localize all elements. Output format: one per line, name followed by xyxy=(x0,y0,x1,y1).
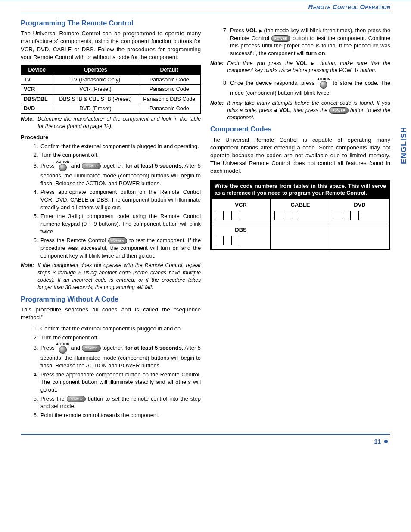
note-label: Note: xyxy=(210,100,224,121)
codes-intro: The Universal Remote Control is capable … xyxy=(210,136,390,175)
list-item: Turn the component off. xyxy=(40,334,201,342)
triangle-right-icon xyxy=(311,60,316,66)
header-section-title: Remote Control Operation xyxy=(21,3,390,11)
list-item: Enter the 3-digit component code using t… xyxy=(40,212,201,235)
table-row: TVTV (Panasonic Only)Panasonic Code xyxy=(21,75,201,85)
power-button-icon: POWER xyxy=(108,237,127,244)
note-2: Note: If the component does not operate … xyxy=(21,262,201,291)
list-item: Confirm that the external component is p… xyxy=(40,143,201,150)
note-label: Note: xyxy=(210,60,224,75)
heading-programming-remote: Programming The Remote Control xyxy=(21,19,201,28)
note-label: Note: xyxy=(21,115,34,130)
device-table: Device Operates Default TVTV (Panasonic … xyxy=(21,65,201,114)
digit-boxes[interactable] xyxy=(215,236,267,245)
note-text: If the component does not operate with t… xyxy=(37,262,201,291)
language-tab: ENGLISH xyxy=(398,123,410,168)
codes-reference-box: Write the code numbers from tables in th… xyxy=(210,180,390,250)
procedure-1-list: Confirm that the external component is p… xyxy=(31,143,201,260)
procedure-heading: Procedure xyxy=(21,134,201,141)
table-row: DBS/CBLDBS STB & CBL STB (Preset)Panason… xyxy=(21,94,201,104)
list-item: Confirm that the external component is p… xyxy=(40,325,201,333)
page-dot-icon xyxy=(384,440,388,443)
list-item: Press the POWER button to set the remote… xyxy=(40,395,201,410)
codes-box-header: Write the code numbers from tables in th… xyxy=(211,180,389,199)
triangle-left-icon xyxy=(274,107,277,113)
list-item: Press the Remote Control POWER to test t… xyxy=(40,236,201,259)
triangle-right-icon xyxy=(259,27,262,34)
note-text: It may take many attempts before the cor… xyxy=(227,100,390,121)
code-cell-dvd: DVD xyxy=(330,199,389,224)
note-3: Note: Each time you press the VOL button… xyxy=(210,60,390,75)
note-text: Each time you press the VOL button, make… xyxy=(227,60,390,75)
procedure-2-list: Confirm that the external component is p… xyxy=(31,325,201,419)
digit-boxes[interactable] xyxy=(334,211,386,220)
list-item: Press the appropriate component button o… xyxy=(40,371,201,394)
note-1: Note: Determine the manufacturer of the … xyxy=(21,115,201,130)
heading-programming-nocode: Programming Without A Code xyxy=(21,295,201,304)
note-label: Note: xyxy=(21,262,34,291)
digit-boxes[interactable] xyxy=(215,211,267,220)
power-button-icon: POWER xyxy=(67,396,86,402)
power-button-icon: POWER xyxy=(82,163,101,169)
intro-paragraph: The Universal Remote Control can be prog… xyxy=(21,30,201,61)
code-cell-empty xyxy=(330,224,389,249)
list-item: Press VOL (the mode key will blink three… xyxy=(229,27,390,57)
procedure-2-continued: Press VOL (the mode key will blink three… xyxy=(221,27,390,57)
note-text: Determine the manufacturer of the compon… xyxy=(37,115,201,130)
th-device: Device xyxy=(21,65,53,75)
code-cell-vcr: VCR xyxy=(211,199,271,224)
list-item: Point the remote control towards the com… xyxy=(40,411,201,419)
procedure-2-continued-8: Once the device responds, press ACTION t… xyxy=(221,78,390,97)
th-default: Default xyxy=(138,65,201,75)
power-button-icon: POWER xyxy=(82,345,101,352)
power-button-icon: POWER xyxy=(271,35,290,42)
power-button-icon: POWER xyxy=(329,107,348,114)
digit-boxes[interactable] xyxy=(274,211,326,220)
code-cell-dbs: DBS xyxy=(211,224,271,249)
action-button-icon: ACTION xyxy=(317,78,330,89)
action-button-icon: ACTION xyxy=(56,342,69,354)
heading-component-codes: Component Codes xyxy=(210,124,390,134)
header-rule xyxy=(21,13,390,13)
code-cell-empty xyxy=(271,224,330,249)
th-operates: Operates xyxy=(53,65,138,75)
left-column: Programming The Remote Control The Unive… xyxy=(21,16,201,422)
right-column: Press VOL (the mode key will blink three… xyxy=(210,16,390,422)
list-item: Once the device responds, press ACTION t… xyxy=(229,78,390,97)
nocode-intro: This procedure searches all codes and is… xyxy=(21,306,201,321)
list-item: Press ACTION and POWER together, for at … xyxy=(40,342,201,369)
list-item: Press ACTION and POWER together, for at … xyxy=(40,160,201,187)
list-item: Turn the component off. xyxy=(40,151,201,159)
table-row: VCRVCR (Preset)Panasonic Code xyxy=(21,85,201,94)
table-row: DVDDVD (Preset)Panasonic Code xyxy=(21,104,201,113)
note-4: Note: It may take many attempts before t… xyxy=(210,100,390,121)
action-button-icon: ACTION xyxy=(56,160,69,172)
code-cell-cable: CABLE xyxy=(271,199,330,224)
page-number: 11 xyxy=(21,435,390,445)
list-item: Press appropriate component button on th… xyxy=(40,188,201,211)
